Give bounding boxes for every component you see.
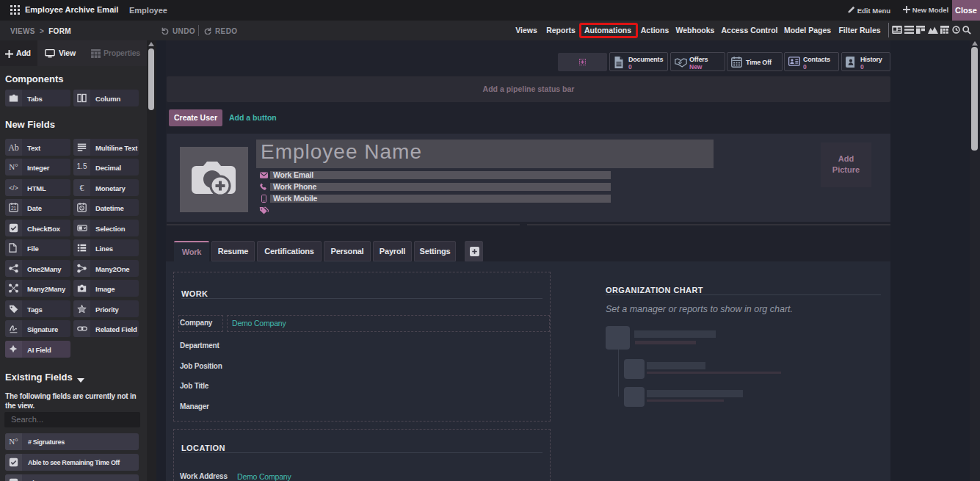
svg-text:21: 21 <box>11 206 17 211</box>
